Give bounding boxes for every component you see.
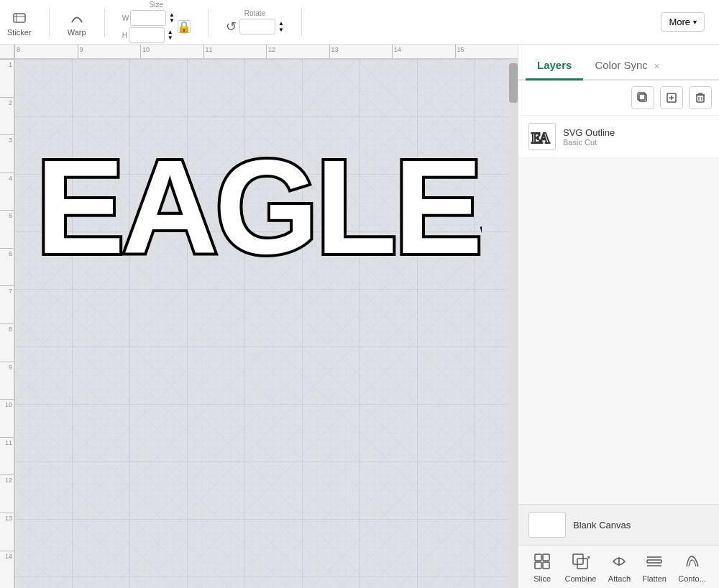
canvas-area-label: Blank Canvas bbox=[573, 520, 631, 530]
ruler-mark-10: 10 bbox=[140, 45, 203, 58]
ruler-v-12: 12 bbox=[0, 474, 14, 513]
contour-button[interactable]: Conto... bbox=[678, 551, 706, 583]
layer-info: SVG Outline Basic Cut bbox=[563, 127, 709, 147]
svg-rect-24 bbox=[573, 554, 583, 564]
scrollbar-vertical[interactable] bbox=[509, 59, 518, 588]
slice-label: Slice bbox=[533, 574, 551, 583]
ruler-vertical: 1 2 3 4 5 6 7 8 9 10 11 12 13 14 bbox=[0, 59, 14, 588]
sticker-label: Sticker bbox=[7, 28, 32, 37]
delete-layer-button[interactable] bbox=[689, 86, 712, 109]
ruler-horizontal: 8 9 10 11 12 13 14 15 bbox=[14, 45, 518, 59]
ruler-v-8: 8 bbox=[0, 323, 14, 362]
ruler-mark-8: 8 bbox=[14, 45, 78, 58]
panel-tabs: Layers Color Sync ✕ bbox=[518, 45, 719, 81]
slice-button[interactable]: Slice bbox=[531, 551, 553, 583]
ruler-corner bbox=[0, 45, 14, 59]
layer-thumbnail: EA bbox=[528, 123, 556, 150]
svg-rect-16 bbox=[697, 95, 704, 102]
flatten-label: Flatten bbox=[642, 574, 667, 583]
ruler-mark-9: 9 bbox=[78, 45, 141, 58]
rotate-group: Rotate ↺ ▲ ▼ bbox=[226, 9, 284, 35]
attach-button[interactable]: Attach bbox=[608, 551, 631, 583]
sticker-tool[interactable]: Sticker bbox=[7, 8, 32, 37]
add-layer-button[interactable] bbox=[660, 86, 683, 109]
canvas-area-thumbnail bbox=[528, 512, 566, 538]
combine-label: Combine bbox=[564, 574, 596, 583]
svg-text:EAGLES: EAGLES bbox=[36, 133, 482, 275]
more-button[interactable]: More bbox=[661, 12, 705, 32]
svg-rect-28 bbox=[647, 560, 661, 563]
bottom-panel: Slice ▾ Combine bbox=[518, 545, 719, 588]
combine-button[interactable]: ▾ Combine bbox=[564, 551, 596, 583]
divider bbox=[301, 8, 302, 37]
tab-color-sync[interactable]: Color Sync ✕ bbox=[583, 52, 672, 81]
canvas-workspace[interactable]: EAGLES bbox=[14, 59, 518, 588]
divider bbox=[104, 8, 105, 37]
rotate-input[interactable] bbox=[239, 19, 275, 35]
ruler-v-7: 7 bbox=[0, 285, 14, 323]
layers-list: EA SVG Outline Basic Cut bbox=[518, 116, 719, 504]
combine-icon: ▾ bbox=[569, 551, 591, 572]
rotate-label: Rotate bbox=[244, 9, 265, 17]
ruler-v-13: 13 bbox=[0, 513, 14, 551]
ruler-v-1: 1 bbox=[0, 59, 14, 97]
ruler-mark-12: 12 bbox=[266, 45, 329, 58]
ruler-v-2: 2 bbox=[0, 97, 14, 135]
ruler-v-14: 14 bbox=[0, 551, 14, 588]
svg-rect-20 bbox=[535, 554, 541, 561]
svg-text:EA: EA bbox=[531, 130, 550, 146]
svg-rect-25 bbox=[577, 559, 587, 569]
duplicate-layer-button[interactable] bbox=[631, 86, 654, 109]
svg-rect-23 bbox=[543, 562, 549, 569]
layer-actions bbox=[518, 81, 719, 116]
color-sync-close[interactable]: ✕ bbox=[654, 62, 660, 70]
ruler-v-11: 11 bbox=[0, 437, 14, 475]
flatten-button[interactable]: Flatten bbox=[642, 551, 667, 583]
size-label: Size bbox=[150, 1, 163, 9]
ruler-mark-11: 11 bbox=[203, 45, 267, 58]
ruler-v-4: 4 bbox=[0, 173, 14, 211]
attach-label: Attach bbox=[608, 574, 631, 583]
ruler-v-10: 10 bbox=[0, 399, 14, 437]
layer-subtext: Basic Cut bbox=[563, 138, 709, 147]
ruler-v-6: 6 bbox=[0, 248, 14, 286]
ruler-v-3: 3 bbox=[0, 134, 14, 173]
svg-text:▾: ▾ bbox=[587, 554, 590, 561]
canvas-area-panel: Blank Canvas bbox=[518, 504, 719, 545]
contour-label: Conto... bbox=[678, 574, 706, 583]
warp-icon bbox=[67, 8, 87, 28]
warp-tool[interactable]: Warp bbox=[67, 8, 87, 37]
width-input[interactable] bbox=[130, 10, 166, 26]
slice-icon bbox=[531, 551, 553, 572]
ruler-mark-15: 15 bbox=[455, 45, 518, 58]
layer-name: SVG Outline bbox=[563, 127, 709, 138]
divider bbox=[208, 8, 209, 37]
ruler-v-9: 9 bbox=[0, 362, 14, 400]
warp-label: Warp bbox=[68, 28, 86, 37]
ruler-mark-14: 14 bbox=[392, 45, 455, 58]
svg-rect-21 bbox=[543, 554, 549, 561]
height-input[interactable] bbox=[129, 27, 165, 43]
eagles-svg: EAGLES bbox=[22, 116, 482, 275]
svg-rect-22 bbox=[535, 562, 541, 569]
size-group: Size W ▲ ▼ H ▲ bbox=[122, 1, 191, 43]
right-panel: Layers Color Sync ✕ bbox=[518, 45, 719, 588]
flatten-icon bbox=[644, 551, 665, 572]
sticker-icon bbox=[9, 8, 29, 28]
eagles-design[interactable]: EAGLES bbox=[22, 116, 482, 277]
layer-item[interactable]: EA SVG Outline Basic Cut bbox=[518, 116, 719, 158]
tab-layers[interactable]: Layers bbox=[526, 52, 583, 81]
main-toolbar: Sticker Warp Size W ▲ ▼ bbox=[0, 0, 719, 45]
divider bbox=[49, 8, 50, 37]
contour-icon bbox=[682, 551, 703, 572]
attach-icon bbox=[608, 551, 630, 572]
ruler-mark-13: 13 bbox=[329, 45, 393, 58]
svg-rect-0 bbox=[14, 14, 25, 22]
ruler-v-5: 5 bbox=[0, 210, 14, 248]
scrollbar-thumb[interactable] bbox=[509, 63, 518, 103]
